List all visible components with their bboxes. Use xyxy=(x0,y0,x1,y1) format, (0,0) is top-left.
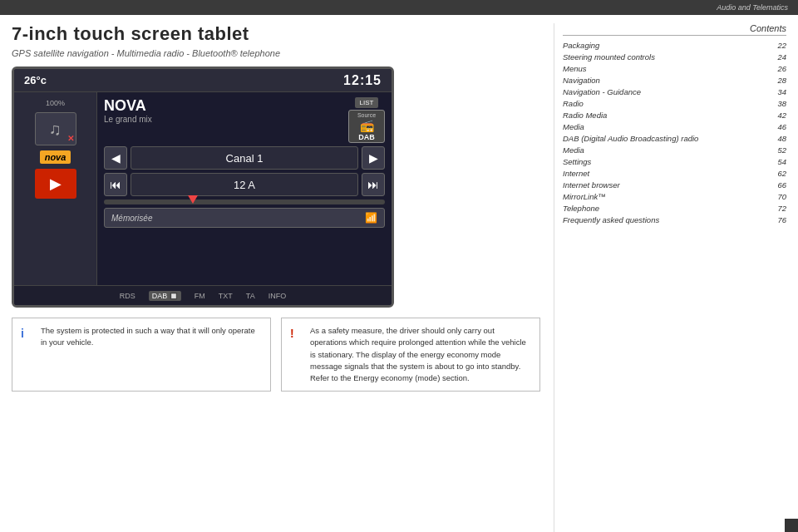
time-display: 12:15 xyxy=(343,73,382,88)
toc-page: 72 xyxy=(770,204,786,213)
toc-page: 62 xyxy=(770,169,786,178)
dab-label: DAB xyxy=(358,133,375,141)
toc-page: 22 xyxy=(770,41,786,50)
toc-page: 46 xyxy=(770,122,786,131)
toc-row: DAB (Digital Audio Broadcasting) radio 4… xyxy=(563,132,786,144)
toc-table: Packaging 22 Steering mounted controls 2… xyxy=(563,39,786,225)
screen-top-bar: 26°c 12:15 xyxy=(14,69,392,92)
toc-page: 24 xyxy=(770,52,786,62)
toc-page: 28 xyxy=(770,76,786,85)
music-icon-box: ♫ ✕ xyxy=(35,112,76,145)
toc-row: Settings 54 xyxy=(563,155,786,167)
toc-page: 70 xyxy=(770,192,786,201)
toc-row: Media 46 xyxy=(563,121,786,132)
source-dab-box[interactable]: Source 📻 DAB xyxy=(348,110,385,143)
info-note-text: The system is protected in such a way th… xyxy=(41,325,262,384)
freq-display: 12 A xyxy=(131,173,358,196)
page-subtitle: GPS satellite navigation - Multimedia ra… xyxy=(12,48,540,58)
toc-page: 48 xyxy=(770,134,786,143)
toc-label: Radio xyxy=(563,99,584,108)
toc-label: Settings xyxy=(563,157,591,166)
toc-label: Navigation - Guidance xyxy=(563,87,641,96)
toc-row: MirrorLink™ 70 xyxy=(563,190,786,202)
freq-nav-controls: ⏮ 12 A ⏭ xyxy=(104,173,385,196)
warning-note-text: As a safety measure, the driver should o… xyxy=(310,325,531,384)
bottom-txt[interactable]: TXT xyxy=(219,292,233,300)
station-info: NOVA Le grand mix LIST Source 📻 DAB xyxy=(104,97,385,143)
toc-label: Frequently asked questions xyxy=(563,215,659,224)
bottom-rds[interactable]: RDS xyxy=(120,292,135,300)
toc-page: 66 xyxy=(770,180,786,190)
screen-left-panel: 100% ♫ ✕ nova ▶ xyxy=(14,92,97,285)
main-content: 7-inch touch screen tablet GPS satellite… xyxy=(0,15,798,532)
source-label: Source xyxy=(357,112,376,118)
station-name-area: NOVA Le grand mix xyxy=(104,97,152,124)
arrow-right-icon: ▶ xyxy=(50,175,62,193)
toc-row: Steering mounted controls 24 xyxy=(563,51,786,62)
source-dab-area: LIST Source 📻 DAB xyxy=(348,97,385,143)
info-icon: i xyxy=(21,325,34,384)
page-title: 7-inch touch screen tablet xyxy=(12,23,540,45)
toc-label: Menus xyxy=(563,64,587,73)
toc-label: Steering mounted controls xyxy=(563,52,655,62)
signal-icon: 📶 xyxy=(365,212,377,224)
screen-center-panel: NOVA Le grand mix LIST Source 📻 DAB xyxy=(97,92,392,285)
station-name: NOVA xyxy=(104,97,152,115)
bottom-ta[interactable]: TA xyxy=(246,292,255,300)
toc-label: Internet browser xyxy=(563,180,620,190)
volume-percent: 100% xyxy=(46,99,65,107)
contents-header: Contents xyxy=(563,23,786,36)
list-button[interactable]: LIST xyxy=(355,97,379,108)
toc-row: Internet 62 xyxy=(563,167,786,179)
toc-label: Telephone xyxy=(563,204,599,213)
next-canal-button[interactable]: ▶ xyxy=(362,146,385,170)
canal-nav-controls: ◀ Canal 1 ▶ xyxy=(104,146,385,170)
top-bar-title: Audio and Telematics xyxy=(717,3,788,12)
nova-logo: nova xyxy=(40,150,71,164)
slider-thumb xyxy=(188,195,198,204)
red-forward-button[interactable]: ▶ xyxy=(35,169,76,199)
toc-label: Packaging xyxy=(563,41,599,50)
toc-row: Frequently asked questions 76 xyxy=(563,214,786,225)
toc-row: Packaging 22 xyxy=(563,39,786,51)
page-indicator xyxy=(785,519,798,532)
info-note-box: i The system is protected in such a way … xyxy=(12,318,271,392)
slider-area xyxy=(104,200,385,204)
toc-row: Navigation - Guidance 34 xyxy=(563,86,786,97)
screen-bottom-bar: RDS DAB 🔲 FM TXT TA INFO xyxy=(14,285,392,305)
radio-icon: 📻 xyxy=(360,119,374,132)
bottom-notes: i The system is protected in such a way … xyxy=(12,318,540,392)
bottom-dab[interactable]: DAB 🔲 xyxy=(149,291,181,301)
station-mix: Le grand mix xyxy=(104,115,152,124)
toc-page: 76 xyxy=(770,215,786,224)
bottom-fm[interactable]: FM xyxy=(195,292,205,300)
slider-track[interactable] xyxy=(104,200,385,204)
toc-label: Media xyxy=(563,145,584,155)
temperature-display: 26°c xyxy=(24,74,47,86)
prev-canal-button[interactable]: ◀ xyxy=(104,146,127,170)
toc-row: Navigation 28 xyxy=(563,74,786,86)
toc-page: 52 xyxy=(770,145,786,155)
toc-label: MirrorLink™ xyxy=(563,192,606,201)
toc-row: Telephone 72 xyxy=(563,202,786,214)
toc-label: Navigation xyxy=(563,76,600,85)
next-freq-button[interactable]: ⏭ xyxy=(362,173,385,196)
music-note-icon: ♫ xyxy=(49,120,62,139)
screen-body: 100% ♫ ✕ nova ▶ NOVA Le grand xyxy=(14,92,392,285)
toc-label: DAB (Digital Audio Broadcasting) radio xyxy=(563,134,698,143)
canal-text: Canal 1 xyxy=(226,152,264,165)
toc-page: 34 xyxy=(770,87,786,96)
prev-freq-button[interactable]: ⏮ xyxy=(104,173,127,196)
toc-page: 54 xyxy=(770,157,786,166)
toc-row: Radio 38 xyxy=(563,97,786,109)
left-column: 7-inch touch screen tablet GPS satellite… xyxy=(12,23,554,532)
toc-row: Internet browser 66 xyxy=(563,179,786,190)
bottom-info[interactable]: INFO xyxy=(268,292,287,300)
toc-row: Media 52 xyxy=(563,144,786,155)
toc-label: Internet xyxy=(563,169,589,178)
cross-icon: ✕ xyxy=(67,134,74,143)
canal-display: Canal 1 xyxy=(131,146,358,170)
toc-row: Radio Media 42 xyxy=(563,109,786,121)
warning-note-box: ! As a safety measure, the driver should… xyxy=(281,318,540,392)
freq-text: 12 A xyxy=(234,179,255,191)
